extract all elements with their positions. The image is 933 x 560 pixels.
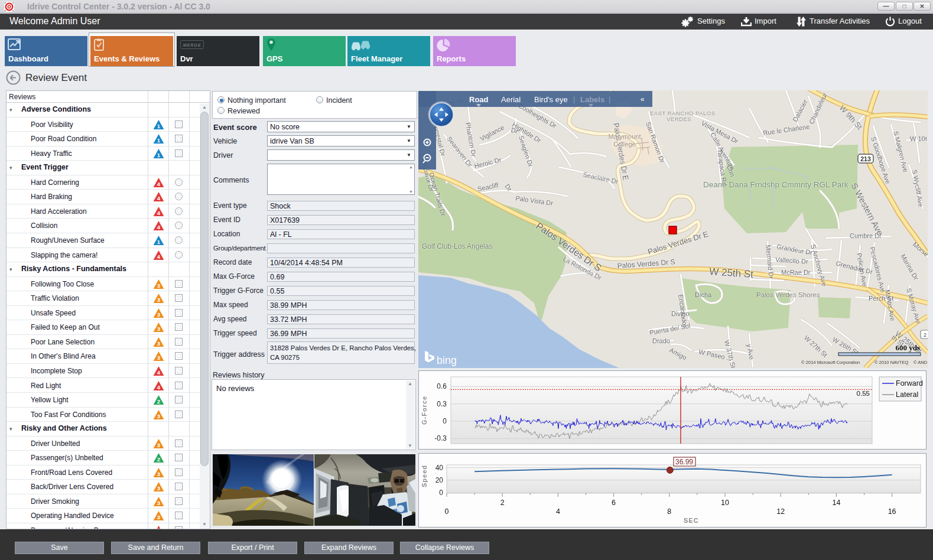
svg-text:Deane Dana Frndshp Cmmnty RGL: Deane Dana Frndshp Cmmnty RGL Park bbox=[703, 180, 849, 189]
svg-text:12: 12 bbox=[776, 507, 785, 516]
svg-text:Labels: Labels bbox=[580, 95, 604, 104]
svg-text:W 10t: W 10t bbox=[910, 135, 927, 142]
svg-text:3: 3 bbox=[157, 311, 160, 318]
svg-text:1: 1 bbox=[157, 123, 161, 129]
svg-text:0.3: 0.3 bbox=[437, 400, 447, 408]
svg-text:213: 213 bbox=[860, 155, 871, 162]
svg-text:© 2010 NAVTEQ: © 2010 NAVTEQ bbox=[875, 360, 908, 365]
svg-text:3: 3 bbox=[157, 485, 160, 491]
svg-text:Dicha: Dicha bbox=[695, 291, 712, 298]
svg-text:4: 4 bbox=[157, 253, 161, 260]
svg-text:|: | bbox=[609, 95, 610, 103]
svg-text:G-Force: G-Force bbox=[421, 396, 428, 425]
svg-text:3: 3 bbox=[157, 297, 160, 303]
svg-text:Bird's eye: Bird's eye bbox=[534, 95, 568, 104]
svg-text:|: | bbox=[573, 95, 575, 103]
svg-text:2: 2 bbox=[500, 499, 505, 507]
svg-text:Marymount: Marymount bbox=[608, 133, 641, 140]
svg-text:0: 0 bbox=[443, 417, 447, 425]
svg-text:600 yds: 600 yds bbox=[895, 343, 920, 352]
svg-text:4: 4 bbox=[157, 369, 161, 376]
svg-text:Aerial: Aerial bbox=[501, 95, 521, 104]
svg-text:MERGE: MERGE bbox=[183, 43, 201, 47]
svg-text:4: 4 bbox=[157, 195, 161, 201]
svg-text:3: 3 bbox=[157, 442, 160, 448]
svg-text:20: 20 bbox=[435, 476, 444, 484]
svg-text:SEC: SEC bbox=[684, 517, 699, 524]
svg-text:0.55: 0.55 bbox=[857, 390, 870, 397]
svg-text:4: 4 bbox=[157, 224, 161, 230]
svg-text:Road: Road bbox=[469, 95, 489, 104]
svg-text:3: 3 bbox=[157, 354, 160, 361]
svg-text:College: College bbox=[613, 141, 635, 148]
svg-text:3: 3 bbox=[157, 514, 160, 520]
svg-text:16: 16 bbox=[888, 507, 896, 516]
svg-text:0.6: 0.6 bbox=[437, 382, 447, 390]
svg-text:bing: bing bbox=[437, 354, 457, 366]
svg-text:3: 3 bbox=[157, 500, 160, 506]
svg-text:3: 3 bbox=[157, 413, 160, 419]
svg-text:3: 3 bbox=[157, 340, 160, 347]
svg-text:VERDES: VERDES bbox=[667, 116, 691, 122]
svg-text:4: 4 bbox=[157, 210, 161, 216]
svg-text:2: 2 bbox=[924, 332, 927, 338]
svg-text:0: 0 bbox=[439, 489, 443, 497]
svg-text:3: 3 bbox=[157, 282, 160, 289]
svg-text:14: 14 bbox=[832, 499, 840, 507]
svg-text:© AND: © AND bbox=[914, 360, 928, 365]
svg-text:-0.3: -0.3 bbox=[434, 434, 447, 442]
svg-text:6: 6 bbox=[612, 499, 616, 507]
svg-text:2: 2 bbox=[157, 456, 160, 463]
svg-text:1: 1 bbox=[157, 152, 161, 158]
svg-text:Divino: Divino bbox=[671, 310, 690, 317]
svg-text:Golf Club-Los Angelas: Golf Club-Los Angelas bbox=[422, 242, 492, 250]
svg-text:4: 4 bbox=[556, 507, 560, 516]
svg-text:3: 3 bbox=[157, 325, 160, 332]
svg-text:Palos Verdes Shores: Palos Verdes Shores bbox=[756, 291, 820, 298]
svg-text:McRae Dr: McRae Dr bbox=[781, 269, 811, 276]
svg-text:10: 10 bbox=[721, 499, 729, 507]
svg-text:Speed: Speed bbox=[421, 465, 428, 487]
svg-text:1: 1 bbox=[157, 239, 161, 245]
svg-text:4: 4 bbox=[157, 384, 161, 390]
svg-text:36.99: 36.99 bbox=[675, 458, 693, 466]
svg-text:2: 2 bbox=[157, 398, 160, 405]
svg-text:4: 4 bbox=[157, 181, 161, 187]
svg-text:Forward: Forward bbox=[896, 379, 923, 388]
svg-text:«: « bbox=[641, 95, 645, 103]
svg-text:40: 40 bbox=[435, 464, 444, 472]
svg-text:Lateral: Lateral bbox=[896, 390, 918, 399]
svg-text:1: 1 bbox=[157, 137, 161, 144]
svg-text:0: 0 bbox=[445, 507, 449, 516]
svg-text:© 2014 Microsoft Corporation: © 2014 Microsoft Corporation bbox=[801, 360, 860, 365]
svg-text:Drado: Drado bbox=[652, 337, 670, 344]
svg-text:3: 3 bbox=[157, 471, 160, 477]
svg-text:8: 8 bbox=[667, 507, 671, 516]
